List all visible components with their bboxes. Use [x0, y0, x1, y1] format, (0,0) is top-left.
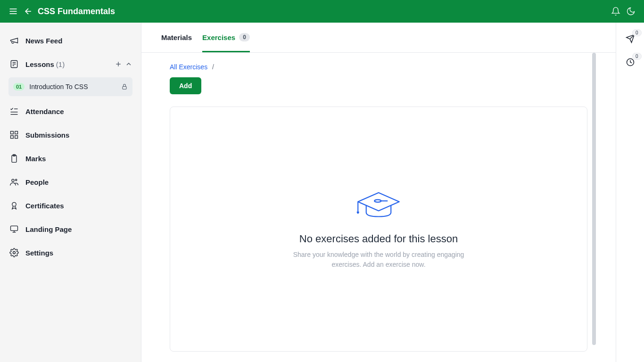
- exercises-count-badge: 0: [239, 33, 250, 41]
- award-icon: [8, 201, 20, 210]
- add-lesson-button[interactable]: [115, 60, 122, 68]
- sidebar-item-certificates[interactable]: Certificates: [4, 195, 137, 216]
- breadcrumb-all-exercises[interactable]: All Exercises: [170, 63, 207, 71]
- sidebar-item-label: Landing Page: [25, 225, 72, 233]
- svg-point-22: [12, 202, 16, 206]
- content-area: All Exercises / Add No exercises added f…: [141, 53, 616, 362]
- svg-rect-10: [123, 86, 126, 89]
- breadcrumb-separator: /: [212, 63, 214, 71]
- svg-rect-15: [15, 132, 18, 134]
- lock-icon: [121, 83, 128, 90]
- megaphone-icon: [8, 36, 20, 45]
- menu-button[interactable]: [6, 4, 21, 19]
- empty-state-title: No exercises added for this lesson: [299, 233, 458, 245]
- lesson-title: Introduction To CSS: [29, 83, 88, 90]
- grid-icon: [8, 130, 20, 140]
- sidebar: News Feed Lessons (1) 01 Introduction To…: [0, 23, 141, 362]
- arrow-left-icon: [24, 7, 33, 16]
- scrollbar[interactable]: [592, 53, 596, 345]
- messages-badge: 0: [632, 29, 642, 36]
- sidebar-item-news-feed[interactable]: News Feed: [4, 30, 137, 51]
- sidebar-item-label: Marks: [25, 155, 46, 163]
- menu-icon: [8, 7, 18, 16]
- monitor-icon: [8, 224, 20, 234]
- moon-icon: [626, 7, 636, 16]
- app-header: CSS Fundamentals: [0, 0, 644, 23]
- list-icon: [8, 59, 20, 69]
- sidebar-item-marks[interactable]: Marks: [4, 148, 137, 169]
- sidebar-item-label: Submissions: [25, 131, 69, 139]
- sidebar-item-label: People: [25, 178, 49, 186]
- check-list-icon: [8, 107, 20, 116]
- sidebar-item-label: News Feed: [25, 37, 62, 45]
- svg-rect-17: [15, 136, 18, 139]
- svg-point-26: [13, 252, 16, 254]
- rail-history-button[interactable]: 0: [626, 58, 635, 67]
- back-button[interactable]: [21, 4, 36, 19]
- add-button[interactable]: Add: [170, 77, 201, 94]
- sidebar-item-label: Attendance: [25, 107, 64, 115]
- empty-state-subtitle: Share your knowledge with the world by c…: [284, 250, 473, 270]
- breadcrumb: All Exercises /: [170, 63, 587, 71]
- empty-state: No exercises added for this lesson Share…: [170, 107, 587, 352]
- tab-bar: Materials Exercises 0: [141, 23, 616, 53]
- lesson-item[interactable]: 01 Introduction To CSS: [8, 77, 132, 96]
- clipboard-icon: [8, 154, 20, 163]
- right-rail: 0 0: [616, 23, 644, 362]
- sidebar-item-settings[interactable]: Settings: [4, 242, 137, 263]
- sidebar-item-people[interactable]: People: [4, 172, 137, 192]
- page-title: CSS Fundamentals: [38, 7, 115, 16]
- sidebar-item-lessons[interactable]: Lessons (1): [4, 54, 137, 74]
- notifications-button[interactable]: [608, 4, 623, 19]
- history-badge: 0: [632, 53, 642, 60]
- svg-rect-23: [11, 226, 18, 230]
- sidebar-item-label: Certificates: [25, 202, 64, 210]
- sidebar-item-label: Settings: [25, 249, 53, 257]
- chevron-up-icon: [125, 60, 132, 68]
- lessons-count: (1): [56, 60, 65, 68]
- plus-icon: [115, 60, 122, 68]
- svg-rect-16: [11, 136, 14, 139]
- svg-rect-14: [11, 132, 14, 134]
- svg-point-29: [374, 200, 381, 202]
- lesson-number: 01: [13, 83, 25, 90]
- svg-point-21: [16, 179, 17, 181]
- svg-point-20: [12, 179, 14, 181]
- sidebar-item-submissions[interactable]: Submissions: [4, 124, 137, 145]
- rail-messages-button[interactable]: 0: [626, 34, 635, 43]
- gear-icon: [8, 248, 20, 257]
- tab-materials[interactable]: Materials: [161, 33, 192, 52]
- theme-toggle[interactable]: [623, 4, 638, 19]
- graduation-cap-icon: [353, 189, 405, 222]
- sidebar-item-attendance[interactable]: Attendance: [4, 101, 137, 122]
- people-icon: [8, 177, 20, 187]
- bell-icon: [611, 7, 620, 16]
- collapse-lessons-button[interactable]: [125, 60, 132, 68]
- tab-exercises[interactable]: Exercises 0: [202, 33, 250, 52]
- sidebar-item-landing-page[interactable]: Landing Page: [4, 219, 137, 239]
- sidebar-item-label: Lessons: [25, 60, 54, 68]
- main-content: Materials Exercises 0 All Exercises / Ad…: [141, 23, 616, 362]
